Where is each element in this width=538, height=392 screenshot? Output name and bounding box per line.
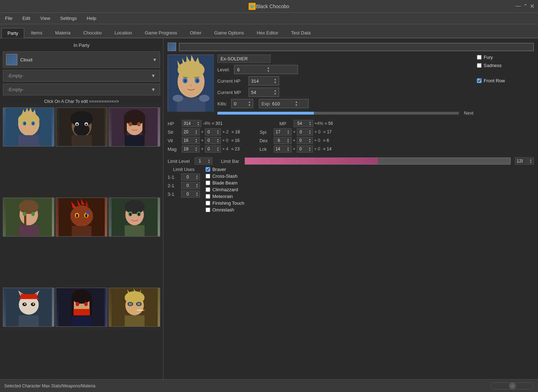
party-slot-3[interactable]: -Empty- ▼ [3, 84, 160, 95]
char-select-cloud[interactable] [3, 107, 54, 147]
braver-checkbox[interactable] [206, 167, 210, 172]
kills-arrows[interactable]: ▲▼ [248, 100, 251, 107]
close-button[interactable]: ✕ [530, 3, 534, 10]
dex-bonus-spinbox[interactable]: ▲▼ [297, 137, 313, 144]
tab-hex-editor[interactable]: Hex Editor [251, 28, 284, 38]
char-select-vincent[interactable] [56, 288, 107, 327]
dex-base-spinbox[interactable]: ▲▼ [274, 137, 292, 144]
limit-use-3-1-spinbox[interactable]: ▲▼ [181, 191, 200, 198]
mag-bonus-arrows[interactable]: ▲▼ [217, 147, 219, 151]
menu-settings[interactable]: Settings [58, 14, 79, 22]
limit-use-1-1-arrows[interactable]: ▲▼ [196, 175, 198, 180]
exp-spinbox[interactable]: Exp: ▲▼ [259, 99, 309, 108]
fury-checkbox[interactable] [477, 55, 482, 60]
char-select-cid[interactable] [109, 288, 160, 327]
limit-level-input[interactable] [196, 159, 206, 164]
lck-base-spinbox[interactable]: ▲▼ [274, 145, 292, 153]
str-base-arrows[interactable]: ▲▼ [195, 129, 197, 134]
party-slot-1[interactable]: Cloud ▼ [3, 51, 160, 68]
spi-base-input[interactable] [276, 129, 286, 134]
limit-use-1-1-input[interactable] [183, 175, 194, 180]
limit-use-3-1-arrows[interactable]: ▲▼ [196, 192, 198, 197]
dex-bonus-arrows[interactable]: ▲▼ [309, 138, 311, 143]
dex-base-arrows[interactable]: ▲▼ [287, 138, 289, 143]
mag-base-spinbox[interactable]: ▲▼ [182, 145, 200, 153]
char-select-caitsith[interactable] [3, 288, 54, 327]
char-select-barret[interactable] [56, 107, 107, 147]
menu-file[interactable]: File [3, 14, 15, 22]
char-select-aerith[interactable] [3, 198, 54, 237]
spi-base-arrows[interactable]: ▲▼ [287, 129, 289, 134]
current-hp-spinbox[interactable]: ▲▼ [249, 76, 279, 85]
limit-bar-value-arrows[interactable]: ▲▼ [529, 159, 532, 164]
limit-use-3-1-input[interactable] [183, 192, 194, 197]
limit-level-spinbox[interactable]: ▲▼ [195, 158, 212, 165]
limit-level-arrows[interactable]: ▲▼ [208, 159, 210, 164]
tab-other[interactable]: Other [184, 28, 208, 38]
maximize-button[interactable]: ⌃ [523, 3, 528, 10]
menu-help[interactable]: Help [85, 14, 98, 22]
str-bonus-input[interactable] [207, 129, 215, 134]
limit-use-2-1-arrows[interactable]: ▲▼ [196, 183, 198, 188]
dex-base-input[interactable] [276, 138, 286, 143]
finishing-touch-checkbox[interactable] [206, 201, 210, 205]
str-base-spinbox[interactable]: ▲▼ [182, 128, 200, 136]
kills-spinbox[interactable]: ▲▼ [231, 99, 253, 108]
lck-bonus-input[interactable] [299, 147, 307, 151]
level-spinbox[interactable]: ▲▼ [234, 65, 298, 74]
menu-view[interactable]: View [38, 14, 52, 22]
mag-bonus-input[interactable] [207, 147, 215, 151]
level-input[interactable] [237, 67, 266, 72]
char-name-input[interactable] [179, 43, 534, 51]
current-hp-arrows[interactable]: ▲▼ [274, 78, 277, 84]
limit-bar-value-input[interactable] [517, 159, 528, 164]
tab-game-options[interactable]: Game Options [208, 28, 250, 38]
spi-bonus-arrows[interactable]: ▲▼ [309, 129, 311, 134]
vit-bonus-spinbox[interactable]: ▲▼ [205, 137, 221, 144]
char-select-tifa[interactable] [109, 107, 160, 147]
hp-base-input[interactable] [184, 121, 196, 126]
vit-base-arrows[interactable]: ▲▼ [195, 138, 197, 143]
spi-base-spinbox[interactable]: ▲▼ [274, 128, 292, 136]
climhazzard-checkbox[interactable] [206, 187, 210, 192]
menu-edit[interactable]: Edit [20, 14, 32, 22]
char-select-red13[interactable] [56, 198, 107, 237]
limit-use-2-1-input[interactable] [183, 183, 194, 188]
tab-location[interactable]: Location [109, 28, 138, 38]
char-select-yuffie[interactable] [109, 198, 160, 237]
lck-bonus-arrows[interactable]: ▲▼ [309, 147, 311, 151]
vit-base-spinbox[interactable]: ▲▼ [182, 137, 200, 144]
blade-beam-checkbox[interactable] [206, 181, 210, 185]
lck-base-input[interactable] [276, 147, 286, 151]
front-row-checkbox[interactable] [477, 78, 482, 83]
tab-party[interactable]: Party [1, 28, 24, 38]
mp-base-spinbox[interactable]: ▲▼ [294, 120, 313, 127]
limit-use-1-1-spinbox[interactable]: ▲▼ [181, 173, 200, 181]
current-mp-arrows[interactable]: ▲▼ [274, 89, 277, 95]
omnislash-checkbox[interactable] [206, 208, 210, 212]
tab-items[interactable]: Items [25, 28, 48, 38]
tab-chocobo[interactable]: Chocobo [77, 28, 108, 38]
mag-base-input[interactable] [184, 147, 194, 151]
lck-bonus-spinbox[interactable]: ▲▼ [297, 145, 313, 153]
lck-base-arrows[interactable]: ▲▼ [287, 147, 289, 151]
cross-slash-checkbox[interactable] [206, 174, 210, 178]
current-mp-spinbox[interactable]: ▲▼ [249, 88, 279, 97]
mp-base-arrows[interactable]: ▲▼ [309, 121, 311, 126]
mag-bonus-spinbox[interactable]: ▲▼ [205, 145, 221, 153]
mag-base-arrows[interactable]: ▲▼ [195, 147, 197, 151]
mp-base-input[interactable] [295, 121, 308, 126]
spi-bonus-input[interactable] [299, 129, 307, 134]
tab-game-progress[interactable]: Game Progress [139, 28, 183, 38]
level-arrows[interactable]: ▲▼ [267, 66, 270, 73]
exp-input[interactable] [272, 101, 293, 106]
hp-base-spinbox[interactable]: ▲▼ [182, 120, 201, 127]
limit-use-2-1-spinbox[interactable]: ▲▼ [181, 182, 200, 189]
vit-bonus-arrows[interactable]: ▲▼ [217, 138, 219, 143]
tab-materia[interactable]: Materia [49, 28, 76, 38]
tab-test-data[interactable]: Test Data [285, 28, 317, 38]
current-hp-input[interactable] [251, 78, 272, 84]
str-bonus-arrows[interactable]: ▲▼ [217, 129, 219, 134]
limit-bar-value-spinbox[interactable]: ▲▼ [515, 158, 534, 165]
spi-bonus-spinbox[interactable]: ▲▼ [297, 128, 313, 136]
